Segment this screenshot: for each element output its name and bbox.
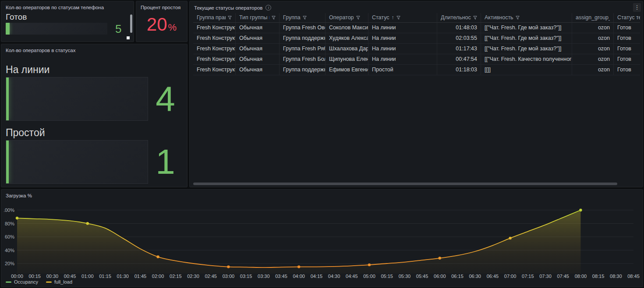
- data-point[interactable]: [156, 256, 159, 258]
- y-axis-label: 60%: [5, 234, 14, 239]
- data-point[interactable]: [297, 265, 300, 268]
- legend-label: full_load: [54, 279, 72, 284]
- y-axis-label: 40%: [5, 248, 14, 253]
- x-axis-label: 02:00: [152, 274, 164, 279]
- filter-icon[interactable]: [272, 16, 276, 20]
- panel-title-status-counts[interactable]: Кол-во операторов в статусах: [1, 44, 187, 53]
- column-header-9[interactable]: Статус тел: [614, 13, 640, 23]
- table-cell: Готов: [614, 65, 640, 75]
- table-cell: ozon: [572, 54, 614, 65]
- table-cell: Шхалахова Дарина: [326, 44, 368, 54]
- panel-title-load-chart[interactable]: Загрузка %: [1, 190, 643, 198]
- table-cell: ozon: [572, 44, 614, 54]
- legend-color-mark: [6, 281, 11, 283]
- scrollbar-corner: [127, 36, 130, 39]
- x-axis-label: 06:45: [487, 274, 499, 279]
- table-cell: Fresh Конструктор о: [193, 23, 236, 33]
- filter-icon[interactable]: [228, 16, 232, 20]
- legend-label: Occupancy: [14, 279, 38, 284]
- x-axis-label: 05:30: [399, 274, 411, 279]
- table-cell: Fresh Конструктор о: [193, 65, 236, 75]
- bar-gauge-fill: [6, 140, 9, 183]
- horizontal-scrollbar-thumb[interactable]: [193, 183, 617, 185]
- column-header-1[interactable]: Группа правил: [193, 13, 236, 23]
- panel-menu-icon[interactable]: ⋮: [633, 3, 641, 12]
- table-cell: На линии: [368, 44, 437, 54]
- legend-color-mark: [46, 281, 52, 283]
- table-row[interactable]: Fresh Конструктор оОбычнаяГруппа Fresh Р…: [193, 44, 640, 54]
- gauge-value-gotov: 5: [115, 23, 121, 35]
- table-cell: 00:47:54: [437, 54, 481, 65]
- bar-gauge-fill: [6, 23, 10, 35]
- column-header-2[interactable]: Тип группы прав: [236, 13, 280, 23]
- filter-icon[interactable]: [396, 16, 400, 20]
- column-header-label: Оператор: [329, 13, 354, 22]
- data-point[interactable]: [579, 209, 582, 211]
- table-cell: Простой: [368, 65, 437, 75]
- table-cell: Соколов Максим: [326, 23, 368, 33]
- column-header-6[interactable]: Длительность: [437, 13, 481, 23]
- table-cell: 01:18:03: [437, 65, 481, 75]
- bar-gauge-na-linii: На линии 4: [6, 64, 183, 121]
- column-header-4[interactable]: Оператор: [326, 13, 368, 23]
- x-axis-label: 02:15: [170, 274, 182, 279]
- column-header-label: Статус: [372, 13, 389, 22]
- data-point[interactable]: [227, 265, 230, 268]
- column-header-8[interactable]: assign_group_ticl: [572, 13, 614, 23]
- bar-gauge-track: [6, 23, 107, 35]
- legend-item-Occupancy[interactable]: Occupancy: [6, 279, 38, 284]
- table-row[interactable]: Fresh Конструктор оОбычнаяГруппа поддерж…: [193, 65, 640, 75]
- filter-icon[interactable]: [356, 16, 360, 20]
- data-point[interactable]: [509, 237, 511, 239]
- panel-title-idle-percent[interactable]: Процент простоя: [136, 1, 187, 10]
- x-axis-label: 01:45: [134, 274, 147, 279]
- data-point[interactable]: [86, 222, 89, 225]
- series-area-full_load: [17, 210, 580, 274]
- legend-item-full_load[interactable]: full_load: [46, 279, 72, 284]
- table-row[interactable]: Fresh Конструктор оОбычнаяГруппа Fresh О…: [193, 23, 640, 33]
- x-axis-label: 00:30: [46, 274, 59, 279]
- table-cell: Группа Fresh Овсянк: [280, 23, 326, 33]
- x-axis-label: 00:45: [64, 274, 76, 279]
- table-cell: Ефимов Евгений: [326, 65, 368, 75]
- x-axis-label: 05:45: [416, 274, 428, 279]
- info-icon[interactable]: i: [265, 5, 271, 11]
- data-point[interactable]: [439, 257, 441, 260]
- column-header-7[interactable]: Активность: [481, 13, 572, 23]
- table-row[interactable]: Fresh Конструктор оОбычнаяГруппа Fresh Б…: [193, 54, 640, 65]
- idle-percent-number: 20: [147, 15, 167, 34]
- table-cell: Готов: [614, 33, 640, 44]
- panel-title-phone-statuses[interactable]: Кол-во операторов по статусам телефона: [1, 1, 134, 10]
- data-point[interactable]: [16, 217, 18, 219]
- x-axis-label: 03:15: [240, 274, 252, 279]
- table-cell: Обычная: [236, 23, 280, 33]
- table-cell: ozon: [572, 33, 614, 44]
- bar-gauge-fill: [6, 77, 9, 120]
- panel-load-chart: Загрузка % 20%40%60%80%100%00:0000:1500:…: [1, 189, 643, 287]
- table-cell: Обычная: [236, 54, 280, 65]
- x-axis-label: 07:15: [522, 274, 534, 279]
- x-axis-label: 07:00: [504, 274, 517, 279]
- vertical-scrollbar-thumb[interactable]: [130, 14, 132, 33]
- table-cell: ozon: [572, 23, 614, 33]
- table-cell: Fresh Конструктор о: [193, 54, 236, 65]
- panel-header: Текущие статусы операторов i: [190, 1, 643, 11]
- table-cell: Обычная: [236, 65, 280, 75]
- panel-title-operators-table[interactable]: Текущие статусы операторов: [194, 5, 262, 11]
- column-header-5[interactable]: Статус↑: [368, 13, 437, 23]
- filter-icon[interactable]: [473, 16, 477, 20]
- table-cell: 01:17:43: [437, 44, 481, 54]
- x-axis-label: 04:15: [311, 274, 323, 279]
- x-axis-label: 01:00: [81, 274, 94, 279]
- bar-gauge-prostoy: Простой 1: [6, 127, 183, 184]
- x-axis-label: 07:45: [557, 274, 569, 279]
- table-cell: Fresh Конструктор о: [193, 33, 236, 44]
- sort-ascending-icon[interactable]: ↑: [392, 13, 394, 22]
- table-row[interactable]: Fresh Конструктор оОбычнаяГруппа поддерж…: [193, 33, 640, 44]
- x-axis-label: 02:45: [205, 274, 217, 279]
- column-header-3[interactable]: Группа: [280, 13, 326, 23]
- data-point[interactable]: [368, 263, 371, 266]
- filter-icon[interactable]: [303, 16, 307, 20]
- filter-icon[interactable]: [516, 16, 520, 20]
- column-header-label: assign_group_ticl: [576, 13, 610, 22]
